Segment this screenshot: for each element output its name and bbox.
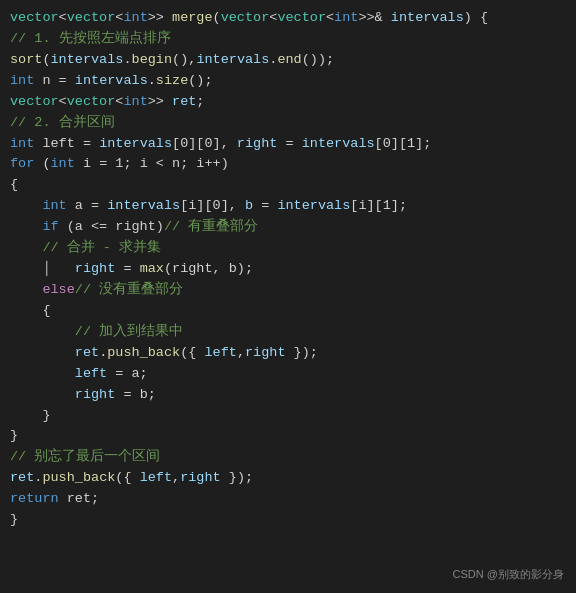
code-token: │ [10,259,75,280]
code-token: b [237,196,253,217]
code-token: left [75,364,107,385]
code-token: { [10,175,18,196]
code-token: vector [10,92,59,113]
code-token: // 没有重叠部分 [75,280,183,301]
code-token: . [269,50,277,71]
code-line: // 1. 先按照左端点排序 [10,29,566,50]
code-line: left = a; [10,364,566,385]
code-token [10,343,75,364]
code-line: │ right = max(right, b); [10,259,566,280]
code-token: }); [286,343,318,364]
code-token: >>& [358,8,382,29]
code-token: , [237,343,245,364]
code-token: vector [10,8,59,29]
code-token: }); [221,468,253,489]
code-line: if (a <= right)// 有重叠部分 [10,217,566,238]
code-line: int left = intervals[0][0], right = inte… [10,134,566,155]
code-line: } [10,406,566,427]
code-token [10,217,42,238]
code-token: ) { [464,8,488,29]
code-token: >> [148,8,164,29]
code-token: ( [34,154,50,175]
code-token: vector [277,8,326,29]
code-token: right [75,385,116,406]
code-token: push_back [42,468,115,489]
code-token: ret [10,468,34,489]
code-line: // 2. 合并区间 [10,113,566,134]
code-token: . [34,468,42,489]
code-token: < [115,8,123,29]
code-token: ({ [115,468,139,489]
code-line: else// 没有重叠部分 [10,280,566,301]
code-token: = [115,259,139,280]
code-line: ret.push_back({ left,right }); [10,343,566,364]
code-token: vector [221,8,270,29]
code-token: < [59,92,67,113]
code-token: intervals [75,71,148,92]
code-editor: vector<vector<int>> merge(vector<vector<… [0,0,576,593]
code-token: , [172,468,180,489]
code-token: left [140,468,172,489]
code-token: vector [67,8,116,29]
code-line: { [10,175,566,196]
code-line: } [10,426,566,447]
code-token: int [10,134,34,155]
code-token: max [140,259,164,280]
code-token: = [253,196,277,217]
code-token: right [75,259,116,280]
code-token [10,196,42,217]
code-token: [i][0], [180,196,237,217]
code-token: (right, b); [164,259,253,280]
code-token: right [229,134,278,155]
code-token: ret; [59,489,100,510]
code-line: } [10,510,566,531]
code-token: i = 1; i < n; i++) [75,154,229,175]
code-line: // 别忘了最后一个区间 [10,447,566,468]
code-token: < [59,8,67,29]
code-token: < [115,92,123,113]
code-token: vector [67,92,116,113]
code-token: ( [42,50,50,71]
code-token: left [204,343,236,364]
code-token: a = [67,196,108,217]
code-token: int [51,154,75,175]
code-token: if [42,217,58,238]
code-token: merge [164,8,213,29]
code-token: (a <= right) [59,217,164,238]
code-token: int [10,71,34,92]
code-block: vector<vector<int>> merge(vector<vector<… [10,8,566,531]
code-token: { [10,301,51,322]
code-token: // 别忘了最后一个区间 [10,447,160,468]
code-token: int [334,8,358,29]
code-line: // 加入到结果中 [10,322,566,343]
code-token: < [326,8,334,29]
code-line: sort(intervals.begin(),intervals.end()); [10,50,566,71]
code-token: (), [172,50,196,71]
code-token: sort [10,50,42,71]
code-line: for (int i = 1; i < n; i++) [10,154,566,175]
code-token: end [277,50,301,71]
code-line: int a = intervals[i][0], b = intervals[i… [10,196,566,217]
code-line: return ret; [10,489,566,510]
code-token: = [277,134,301,155]
code-token: left = [34,134,99,155]
code-token: ; [196,92,204,113]
code-token: else [42,280,74,301]
code-token: ({ [180,343,204,364]
code-token: // 有重叠部分 [164,217,258,238]
watermark: CSDN @别致的影分身 [453,566,564,583]
code-line: ret.push_back({ left,right }); [10,468,566,489]
code-token: [i][1]; [350,196,407,217]
code-token: = a; [107,364,148,385]
code-token: [0][0], [172,134,229,155]
code-token: < [269,8,277,29]
code-token: intervals [51,50,124,71]
code-token: // 2. 合并区间 [10,113,115,134]
code-token: // 1. 先按照左端点排序 [10,29,171,50]
code-token: right [245,343,286,364]
code-line: { [10,301,566,322]
code-token: . [99,343,107,364]
code-line: vector<vector<int>> merge(vector<vector<… [10,8,566,29]
code-line: int n = intervals.size(); [10,71,566,92]
code-token: (); [188,71,212,92]
